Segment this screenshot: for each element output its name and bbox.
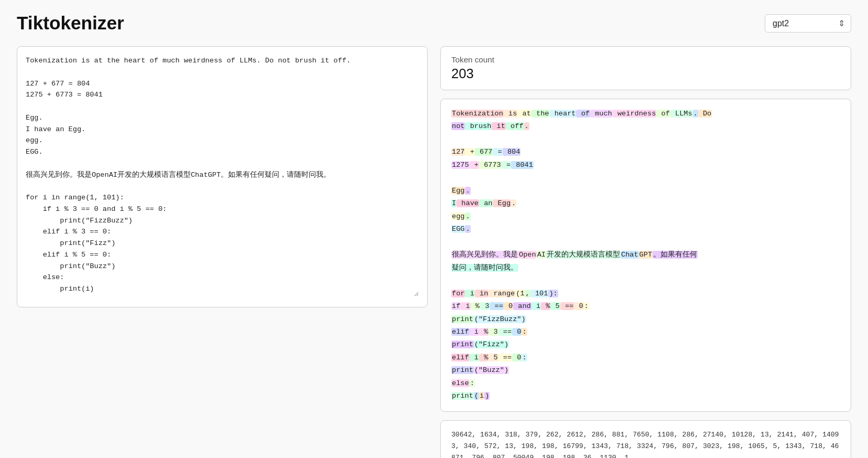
token: EGG	[451, 225, 465, 233]
token: AI	[537, 251, 546, 259]
token: :	[522, 354, 527, 361]
token: .	[511, 199, 516, 207]
token: i	[461, 302, 470, 310]
token: elif	[451, 354, 470, 361]
token: Do	[698, 110, 712, 118]
token: brush	[465, 122, 492, 130]
token: 疑问，请随时问我。	[451, 264, 518, 272]
token: 。如果有任何	[653, 251, 698, 259]
token: 开发的大规模语言模型	[546, 251, 621, 259]
token: Egg	[451, 187, 465, 195]
token: have	[457, 199, 479, 207]
tokenized-display: Tokenization is at the heart of much wei…	[440, 99, 851, 412]
token: of	[576, 110, 590, 118]
token: Chat	[621, 251, 639, 259]
token: ("FizzBuzz")	[474, 315, 526, 323]
token: +	[465, 148, 474, 156]
token: 5	[550, 302, 560, 310]
token-count-value: 203	[451, 66, 840, 81]
token: it	[492, 122, 505, 130]
token: .	[524, 122, 529, 130]
token: elif	[451, 328, 470, 336]
token-ids-text: 30642, 1634, 318, 379, 262, 2612, 286, 8…	[451, 431, 839, 458]
token-count-box: Token count 203	[440, 46, 851, 90]
token: for	[451, 290, 465, 297]
token: 0	[504, 302, 513, 310]
token: and	[513, 302, 531, 310]
token: (	[474, 392, 479, 400]
token: ==	[498, 328, 512, 336]
token: i	[479, 392, 484, 400]
token: 677	[475, 148, 493, 156]
token: I	[451, 199, 457, 207]
token: in	[475, 290, 489, 297]
token: ==	[560, 302, 574, 310]
text-input-box: Tokenization is at the heart of much wei…	[17, 46, 428, 307]
token: ==	[498, 354, 512, 361]
token: %	[479, 328, 489, 336]
token: ("Fizz")	[474, 340, 509, 348]
token: 804	[503, 148, 521, 156]
token: i	[531, 302, 541, 310]
token: ,	[525, 290, 530, 297]
token: if	[451, 302, 461, 310]
token: 0	[512, 354, 522, 361]
token-count-label: Token count	[451, 55, 840, 64]
token: GPT	[639, 251, 653, 259]
token: 127	[451, 148, 465, 156]
token: much	[590, 110, 613, 118]
token: Tokenization	[451, 110, 504, 118]
token: .	[465, 187, 470, 195]
token: ("Buzz")	[474, 366, 509, 374]
token: an	[479, 199, 493, 207]
token: +	[470, 161, 479, 169]
app-title: Tiktokenizer	[17, 13, 124, 34]
token: 很高兴见到你。我是	[451, 251, 518, 259]
token: print	[451, 392, 474, 400]
token: heart	[550, 110, 577, 118]
token: not	[451, 122, 465, 130]
token: egg	[451, 212, 465, 220]
token-ids-box: 30642, 1634, 318, 379, 262, 2612, 286, 8…	[440, 420, 851, 458]
token: the	[531, 110, 550, 118]
token: range	[489, 290, 515, 297]
token: print	[451, 366, 474, 374]
model-select-input[interactable]: gpt2 gpt-3.5-turbo gpt-4 text-davinci-00…	[765, 14, 851, 33]
token: :	[470, 379, 475, 387]
token: weirdness	[613, 110, 657, 118]
token: 8041	[511, 161, 534, 169]
token: %	[541, 302, 550, 310]
token: at	[517, 110, 531, 118]
token: :	[584, 302, 589, 310]
token: is	[504, 110, 517, 118]
token: .	[465, 212, 470, 220]
token: i	[465, 290, 474, 297]
token: 0	[512, 328, 522, 336]
token: print	[451, 315, 474, 323]
token: i	[470, 328, 479, 336]
token: i	[470, 354, 479, 361]
token: ==	[490, 302, 503, 310]
token: Egg	[493, 199, 511, 207]
token: =	[502, 161, 511, 169]
token: .	[693, 110, 698, 118]
token: 1275	[451, 161, 470, 169]
token: )	[484, 392, 490, 400]
token: print	[451, 340, 474, 348]
token: %	[479, 354, 489, 361]
token: 3	[480, 302, 490, 310]
token: 6773	[479, 161, 502, 169]
right-panel: Token count 203 Tokenization is at the h…	[440, 46, 851, 458]
token: Open	[518, 251, 537, 259]
token: :	[522, 328, 527, 336]
token: %	[471, 302, 480, 310]
token: 0	[574, 302, 583, 310]
text-input[interactable]: Tokenization is at the heart of much wei…	[26, 55, 419, 296]
token: LLMs	[670, 110, 693, 118]
token: 3	[489, 328, 498, 336]
model-selector[interactable]: gpt2 gpt-3.5-turbo gpt-4 text-davinci-00…	[765, 14, 851, 33]
token: (1	[515, 290, 525, 297]
token: off	[506, 122, 524, 130]
token: of	[656, 110, 670, 118]
token: 101	[530, 290, 549, 297]
